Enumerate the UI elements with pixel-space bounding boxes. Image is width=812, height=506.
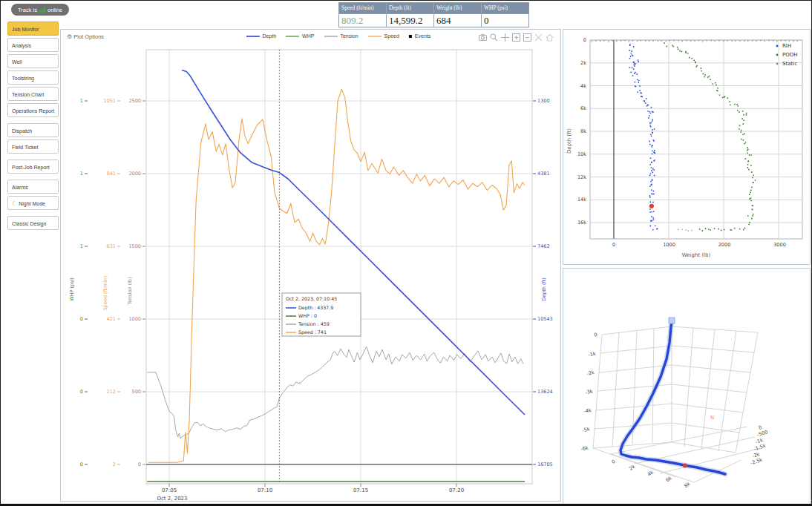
svg-text:0: 0: [612, 242, 615, 248]
current-position-marker-3d: [683, 464, 687, 468]
svg-text:6k: 6k: [580, 105, 586, 111]
svg-text:631: 631: [107, 243, 116, 249]
sidebar-item-label: Analysis: [12, 43, 31, 48]
legend-label: Depth: [262, 33, 276, 39]
sidebar-group: Alarms☾Night Mode: [7, 180, 59, 210]
sidebar-item-dispatch[interactable]: Dispatch: [7, 123, 59, 137]
svg-text:10543: 10543: [537, 316, 553, 322]
gear-icon: ⚙: [67, 33, 72, 40]
zoom-icon[interactable]: [489, 32, 499, 42]
stats-header: Weight (lb): [434, 3, 481, 14]
main-chart-legend: DepthWHPTensionSpeedEvents: [246, 33, 430, 39]
pan-icon[interactable]: [500, 32, 510, 42]
svg-text:Weight (lb): Weight (lb): [682, 252, 711, 258]
svg-text:Speed (ft/min): Speed (ft/min): [102, 276, 108, 311]
camera-icon[interactable]: [478, 32, 488, 42]
sidebar-item-label: Night Mode: [19, 201, 45, 206]
svg-text:1: 1: [80, 98, 83, 104]
sidebar-item-label: Tension Chart: [12, 92, 44, 97]
svg-text:Tension : 459: Tension : 459: [298, 321, 330, 326]
svg-text:-2k: -2k: [586, 369, 595, 377]
legend-label: Tension: [340, 33, 358, 39]
sidebar-item-alarms[interactable]: Alarms: [7, 180, 59, 194]
stats-header: WHP (psi): [482, 3, 528, 14]
legend-item-speed[interactable]: Speed: [368, 33, 399, 39]
svg-text:07:20: 07:20: [449, 487, 464, 493]
zoom-in-icon[interactable]: [511, 32, 521, 42]
svg-text:421: 421: [107, 316, 116, 322]
svg-text:-500: -500: [756, 429, 769, 438]
svg-text:1051: 1051: [103, 98, 116, 104]
sidebar-item-label: Alarms: [12, 185, 28, 190]
legend-item-tension[interactable]: Tension: [324, 33, 358, 39]
svg-text:Oct 2, 2023: Oct 2, 2023: [157, 496, 187, 501]
svg-text:Depth (ft): Depth (ft): [566, 128, 572, 154]
sidebar-item-label: Well: [12, 59, 22, 65]
stats-value: 0: [482, 14, 528, 27]
sidebar-item-night-mode[interactable]: ☾Night Mode: [7, 196, 59, 210]
online-label: online: [48, 7, 62, 13]
sidebar-item-field-ticket[interactable]: Field Ticket: [7, 139, 59, 154]
svg-text:Speed : 741: Speed : 741: [298, 329, 327, 335]
svg-text:1500: 1500: [128, 243, 141, 249]
svg-text:10k: 10k: [577, 151, 586, 157]
time-series-chart: 1105125001300184120004381163115007462042…: [61, 30, 560, 501]
svg-text:Depth (ft): Depth (ft): [541, 277, 547, 301]
svg-text:07:05: 07:05: [162, 487, 177, 493]
sidebar-item-operations-report[interactable]: Operations Report: [7, 103, 59, 117]
legend-item-depth[interactable]: Depth: [246, 33, 276, 39]
svg-text:0: 0: [594, 332, 598, 338]
sidebar-item-label: Job Monitor: [12, 27, 39, 32]
svg-text:1000: 1000: [128, 316, 141, 322]
legend-label: Events: [415, 33, 430, 39]
sidebar-item-well[interactable]: Well: [7, 54, 59, 68]
svg-text:2: 2: [113, 461, 116, 467]
legend-line-swatch: [246, 36, 259, 37]
start-marker: [669, 318, 675, 323]
speed-series: [148, 89, 525, 462]
track-status-button[interactable]: Track is online: [11, 4, 69, 16]
svg-text:0: 0: [80, 316, 83, 322]
sidebar-item-label: Toolstring: [12, 76, 34, 81]
svg-text:2500: 2500: [128, 98, 141, 104]
svg-text:4k: 4k: [646, 469, 655, 477]
svg-text:16705: 16705: [537, 461, 553, 467]
svg-text:POOH: POOH: [782, 52, 798, 58]
autoscale-icon[interactable]: [534, 32, 543, 42]
zoom-out-icon[interactable]: [523, 32, 532, 42]
sidebar: Job MonitorAnalysisWellToolstringTension…: [7, 22, 59, 236]
legend-item-events[interactable]: Events: [409, 33, 430, 39]
svg-text:07:10: 07:10: [258, 487, 272, 493]
sidebar-item-post-job-report[interactable]: Post-Job Report: [7, 160, 59, 174]
legend-dot-icon: [776, 63, 779, 65]
scatter-series-static-bottom: [678, 229, 693, 231]
hover-tooltip: Oct 2, 2023, 07:10:45Depth : 4337.9WHP :…: [282, 293, 361, 336]
main-chart-header: ⚙ Plot Options DepthWHPTensionSpeedEvent…: [61, 30, 560, 45]
legend-item-whp[interactable]: WHP: [286, 33, 314, 39]
signal-bars-icon: [39, 7, 45, 13]
svg-text:1: 1: [80, 243, 83, 249]
svg-text:4381: 4381: [537, 171, 550, 177]
sidebar-item-toolstring[interactable]: Toolstring: [7, 70, 59, 85]
depth-series: [182, 70, 525, 415]
svg-text:Oct 2, 2023, 07:10:45: Oct 2, 2023, 07:10:45: [286, 296, 337, 301]
svg-text:212: 212: [107, 389, 116, 395]
sidebar-item-analysis[interactable]: Analysis: [7, 38, 59, 52]
svg-text:2000: 2000: [128, 171, 141, 177]
svg-text:2k: 2k: [580, 60, 586, 66]
svg-text:-3k: -3k: [585, 388, 594, 395]
sidebar-item-tension-chart[interactable]: Tension Chart: [7, 87, 59, 101]
svg-text:0: 0: [80, 389, 83, 395]
legend-dot-icon: [776, 45, 779, 47]
svg-text:RIH: RIH: [782, 43, 791, 49]
sidebar-item-job-monitor[interactable]: Job Monitor: [7, 22, 59, 36]
sidebar-item-classic-design[interactable]: Classic Design: [7, 216, 59, 230]
home-icon[interactable]: [545, 32, 554, 42]
current-position-marker: [649, 204, 654, 208]
legend-line-swatch: [286, 36, 299, 37]
svg-text:500: 500: [132, 389, 141, 395]
stats-column: Weight (lb)684: [434, 3, 482, 27]
svg-text:-4k: -4k: [583, 407, 592, 415]
svg-text:0: 0: [611, 459, 617, 465]
plot-options-button[interactable]: ⚙ Plot Options: [67, 33, 104, 40]
